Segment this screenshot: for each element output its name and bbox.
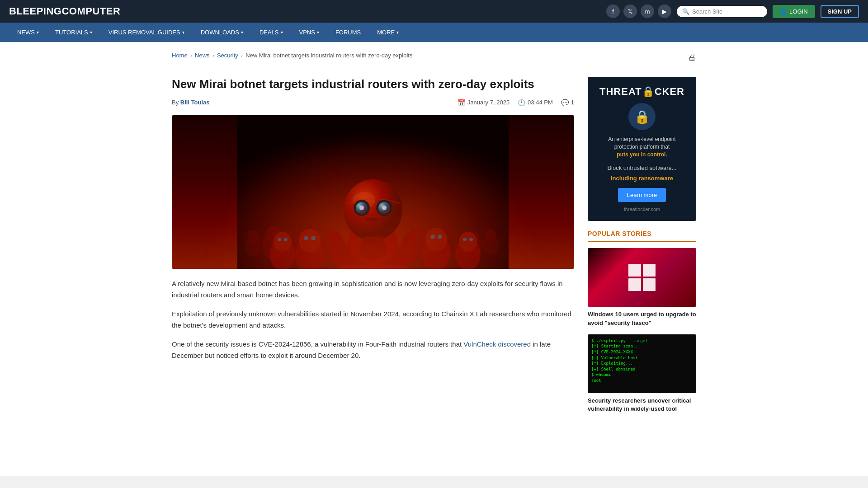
svg-point-35 xyxy=(359,237,387,260)
svg-point-47 xyxy=(397,230,421,267)
story-link-2[interactable]: Security researchers uncover critical vu… xyxy=(588,397,696,413)
breadcrumb-security[interactable]: Security xyxy=(217,52,238,59)
svg-point-24 xyxy=(438,235,442,239)
terminal-content: $ ./exploit.py --target [*] Starting sca… xyxy=(591,338,648,384)
svg-point-23 xyxy=(430,235,435,239)
svg-point-25 xyxy=(455,239,481,269)
nav-downloads[interactable]: DOWNLOADS ▾ xyxy=(193,23,251,42)
svg-point-5 xyxy=(319,234,337,257)
ad-desc: An enterprise-level endpoint protection … xyxy=(597,136,687,158)
svg-point-6 xyxy=(321,229,334,244)
search-input[interactable] xyxy=(692,8,762,15)
youtube-icon[interactable]: ▶ xyxy=(658,5,671,18)
signup-button[interactable]: SIGN UP xyxy=(821,5,859,18)
login-button[interactable]: 👤 LOGIN xyxy=(773,5,815,18)
article-comments[interactable]: 💬 1 xyxy=(561,99,574,106)
article-content: New Mirai botnet targets industrial rout… xyxy=(172,77,574,420)
article-meta-right: 📅 January 7, 2025 🕐 03:44 PM 💬 1 xyxy=(458,99,574,106)
vulncheck-link[interactable]: VulnCheck discovered xyxy=(463,340,531,348)
windows-pane-3 xyxy=(628,278,641,291)
nav-news-arrow: ▾ xyxy=(37,30,39,35)
nav-vpns[interactable]: VPNS ▾ xyxy=(291,23,327,42)
svg-point-48 xyxy=(337,264,409,269)
breadcrumb-sep-3: › xyxy=(241,52,243,59)
print-icon[interactable]: 🖨 xyxy=(688,53,696,62)
nav-news[interactable]: NEWS ▾ xyxy=(9,23,47,42)
svg-point-46 xyxy=(325,230,349,267)
nav-more-arrow: ▾ xyxy=(396,30,399,35)
article-para-1: A relatively new Mirai-based botnet has … xyxy=(172,278,574,301)
svg-point-19 xyxy=(304,236,308,240)
terminal-line-6: [+] Shell obtained xyxy=(591,366,648,372)
ad-cta-button[interactable]: Learn more xyxy=(618,188,666,202)
sidebar: THREAT🔒CKER 🔒 An enterprise-level endpoi… xyxy=(588,77,696,420)
terminal-line-1: $ ./exploit.py --target xyxy=(591,338,648,344)
windows-logo xyxy=(628,264,656,291)
story-thumb-2: $ ./exploit.py --target [*] Starting sca… xyxy=(588,334,696,393)
svg-point-22 xyxy=(425,228,447,251)
search-bar[interactable]: 🔍 xyxy=(677,6,767,17)
svg-point-12 xyxy=(466,231,479,245)
svg-point-30 xyxy=(274,232,292,252)
article-date-text: January 7, 2025 xyxy=(467,99,509,106)
windows-pane-2 xyxy=(643,264,656,277)
terminal-line-3: [*] CVE-2024-XXXX xyxy=(591,349,648,355)
nav-tutorials-arrow: ▾ xyxy=(90,30,92,35)
svg-point-10 xyxy=(438,225,453,242)
nav-forums[interactable]: FORUMS xyxy=(327,23,369,42)
svg-rect-0 xyxy=(237,115,509,269)
svg-point-38 xyxy=(354,200,370,216)
svg-point-14 xyxy=(485,229,496,242)
article-para-3: One of the security issues is CVE-2024-1… xyxy=(172,338,574,361)
site-logo[interactable]: BLEEPINGCOMPUTER xyxy=(9,5,120,17)
breadcrumb-home[interactable]: Home xyxy=(172,52,188,59)
svg-point-26 xyxy=(459,232,477,252)
article-time-text: 03:44 PM xyxy=(528,99,553,106)
article-comments-count: 1 xyxy=(571,99,574,106)
nav-virus-removal[interactable]: VIRUS REMOVAL GUIDES ▾ xyxy=(100,23,193,42)
robot-scene-bg xyxy=(172,115,574,269)
facebook-icon[interactable]: f xyxy=(606,5,620,18)
nav-deals[interactable]: DEALS ▾ xyxy=(251,23,291,42)
breadcrumb-news[interactable]: News xyxy=(195,52,210,59)
svg-point-41 xyxy=(376,200,392,216)
mastodon-icon[interactable]: m xyxy=(641,5,654,18)
popular-stories: POPULAR STORIES Windows 10 users urged t… xyxy=(588,230,696,413)
svg-point-21 xyxy=(422,236,451,269)
nav-tutorials[interactable]: TUTORIALS ▾ xyxy=(47,23,100,42)
nav-more[interactable]: MORE ▾ xyxy=(369,23,407,42)
story-thumb-1 xyxy=(588,248,696,307)
article-time: 🕐 03:44 PM xyxy=(518,99,553,106)
ad-feature: Block untrusted software... xyxy=(597,164,687,171)
ad-url: threatlocker.com xyxy=(597,206,687,212)
ad-tagline: puts you in control. xyxy=(617,151,667,158)
svg-point-16 xyxy=(248,230,259,243)
article-body: A relatively new Mirai-based botnet has … xyxy=(172,278,574,361)
svg-point-20 xyxy=(311,236,316,240)
calendar-icon: 📅 xyxy=(458,99,465,106)
article-author-line: By Bill Toulas xyxy=(172,99,210,106)
ad-feature-highlight: including ransomware xyxy=(597,175,687,182)
terminal-line-8: root xyxy=(591,378,648,384)
twitter-icon[interactable]: 𝕏 xyxy=(623,5,637,18)
social-icons: f 𝕏 m ▶ xyxy=(606,5,671,18)
author-link[interactable]: Bill Toulas xyxy=(180,99,210,106)
terminal-line-7: $ whoami xyxy=(591,372,648,378)
popular-stories-title: POPULAR STORIES xyxy=(588,230,696,242)
svg-point-29 xyxy=(270,239,295,269)
windows-pane-1 xyxy=(628,264,641,277)
svg-point-31 xyxy=(278,238,281,241)
svg-rect-44 xyxy=(366,218,380,221)
svg-point-17 xyxy=(295,237,324,269)
ad-block[interactable]: THREAT🔒CKER 🔒 An enterprise-level endpoi… xyxy=(588,77,696,221)
article-title: New Mirai botnet targets industrial rout… xyxy=(172,77,574,92)
terminal-line-4: [+] Vulnerable host xyxy=(591,355,648,361)
ad-brand-o: 🔒 xyxy=(642,86,655,97)
user-icon: 👤 xyxy=(780,8,787,15)
logo-part1: BLEEPING xyxy=(9,5,61,17)
ad-icon: 🔒 xyxy=(628,103,656,130)
svg-point-15 xyxy=(245,235,261,256)
story-link-1[interactable]: Windows 10 users urged to upgrade to avo… xyxy=(588,310,696,327)
svg-point-33 xyxy=(341,235,405,269)
logo-part2: COMPUTER xyxy=(61,5,120,17)
